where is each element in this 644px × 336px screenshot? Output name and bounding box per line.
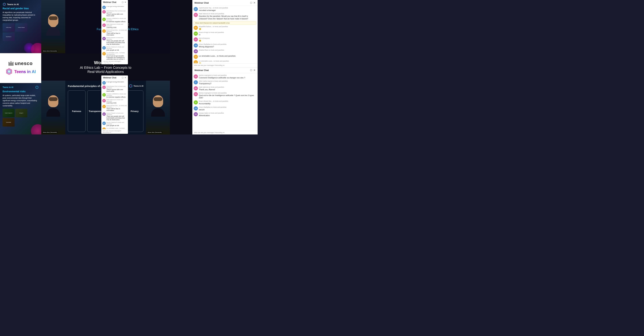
chin	[50, 24, 57, 27]
env-panel: Teens in AI Environmental risks AI syste…	[0, 83, 41, 135]
chat-bmsg-2: CC ChanRealsa Chor to Hosts and panelist…	[102, 86, 127, 92]
right-avatar-3: EK	[194, 26, 198, 30]
avatar-3: FU	[102, 18, 106, 21]
right-msg-2: MV Matti Valencia to Hosts and panelists…	[194, 13, 256, 20]
chat-msg-1: AS it can give wrong information	[102, 6, 127, 9]
face-br	[153, 95, 163, 107]
env-logo-icon	[35, 86, 39, 89]
close-icon-bottom[interactable]: ✕	[254, 69, 256, 72]
right-msg-9-header: Le vénérable Louis... to Hosts and panel…	[199, 60, 256, 62]
chat-header-icons-top: ⬡ ✕	[122, 1, 126, 3]
webcam-label-top: Elena Sirel (TeensinAI)	[42, 50, 58, 52]
svg-marker-1	[4, 3, 5, 5]
chat-footer-right-top: Who can see your messages? Recording on.	[192, 63, 258, 67]
expand-icon-bottom[interactable]: ⬡	[250, 69, 252, 72]
bmsg-5-text: There will be bias in information	[106, 108, 127, 111]
right-bavatar-1: DA	[194, 74, 198, 79]
bmsg-8-sender: Le vénérable Louis... to Hosts and panel…	[106, 128, 127, 129]
msg-3-content: Frederic UWIBIHE to Hosts and panelists …	[106, 18, 127, 22]
webcam-bg	[41, 0, 65, 53]
right-bmsg-1: DA Denise Argengolo to Hosts and panelis…	[194, 74, 256, 79]
main-screen: Teens in AI Racial and gender bias AI al…	[0, 0, 258, 135]
msg-1-content: it can give wrong information	[106, 6, 124, 7]
bandwidth-warning: Elena Sirel (TeensinAI)'s network bandwi…	[194, 21, 256, 25]
right-bmsg-1-text: Comment l'intelligence artificielle va c…	[199, 76, 256, 79]
avatar-2: CC	[102, 10, 106, 13]
teens-ai-brand-text: Teens in AI	[14, 69, 36, 74]
chat-panel-top-right: Webinar Chat ⬡ ✕ MY mytechcareer #tyt...…	[192, 0, 258, 67]
chat-header-right-top: Webinar Chat ⬡ ✕	[192, 0, 258, 6]
body-bottom	[46, 108, 60, 117]
chat-bottom-center-footer: Who can see your messages? Recording on.…	[101, 129, 128, 134]
right-msg-2-header: Matti Valencia to Hosts and panelists	[199, 13, 256, 14]
avatar-1: AS	[102, 6, 106, 9]
bavatar-3: FU	[102, 93, 106, 97]
chat-close-top-icon[interactable]: ✕	[124, 1, 126, 3]
env-news-items: Carbon Footprint AI Energy AI Sustainabi…	[2, 109, 39, 127]
news-item-3: Racial Bias AI	[2, 32, 14, 41]
bmsg-1-text: it can give wrong information	[106, 81, 124, 83]
env-logo-label: Teens in AI	[2, 86, 14, 89]
bavatar-8: LV	[102, 128, 106, 129]
avatar-6: DR	[102, 37, 106, 40]
chat-bmsg-8: LV Le vénérable Louis... to Hosts and pa…	[102, 128, 127, 129]
webcam-bottom-right: Elena Sirel (TeensinAI)	[146, 81, 170, 135]
msg-5-content: Enam Ahmed Shu... to Hosts and panelists…	[106, 29, 127, 36]
right-bavatar-6: AS	[194, 106, 198, 110]
right-avatar-9: LV	[194, 60, 198, 63]
logo-section: unesco Teens in AI	[0, 53, 41, 83]
chat-expand-icon[interactable]: ⬡	[122, 1, 124, 3]
close-icon-top[interactable]: ✕	[254, 1, 256, 4]
bavatar-6: DR	[102, 112, 106, 116]
chat-close-bottom-icon[interactable]: ✕	[124, 76, 126, 79]
chat-title-right-bottom: Webinar Chat	[194, 69, 209, 72]
workshop-title-line1: Workshop:	[94, 60, 117, 65]
right-bmsg-5-text: Accountability	[199, 102, 256, 105]
right-msg-1-content: mytechcareer #tyt... to Hosts and paneli…	[199, 7, 256, 11]
right-avatar-2: MV	[194, 13, 198, 17]
msg-6-sender: Danish Reaah to Hosts and panelists	[106, 37, 127, 40]
racial-bias-title: Racial and gender bias	[2, 7, 39, 10]
ethics-card-fairness: Fairness	[68, 90, 86, 132]
right-bmsg-4-content: Denise Argengolo to Hosts and panelists …	[199, 92, 256, 99]
unesco-columns-icon	[8, 61, 14, 66]
chat-expand-bottom-icon[interactable]: ⬡	[122, 76, 124, 79]
chat-bmsg-7: AC Ancha Catarina to Hosts and panelists…	[102, 122, 127, 126]
right-bavatar-2: C	[194, 80, 198, 84]
col3	[11, 61, 11, 66]
right-msg-3-content: khayelihle kaskan... to Hosts and paneli…	[199, 26, 256, 30]
msg-4-sender: Matti Valencia to Hosts and panelists	[106, 23, 127, 26]
bmsg-6-text: There are people who will build beliefs …	[106, 115, 127, 121]
bmsg-7-content: Ancha Catarina to Hosts and panelists pu…	[106, 122, 127, 126]
msg-2-text: They're gonna take over there world	[106, 13, 127, 17]
right-msg-7: SR Shakila Rham to Hosts and panelists	[194, 49, 256, 53]
env-news-2: Energy AI	[15, 109, 27, 117]
env-news-1: Carbon Footprint AI	[2, 109, 14, 117]
glasses-br	[154, 97, 162, 101]
chat-footer-right-bottom: Who can see your messages? Recording on.	[192, 131, 258, 135]
right-bmsg-5-header: Enam Ahmed Shu... to Hosts and panelists	[199, 100, 256, 102]
right-msg-6-text: Wrong diagnosis?	[199, 45, 256, 48]
bmsg-5-sender: Enam Ahmed Shu... to Hosts and panelists	[106, 105, 127, 108]
right-msg-6: AS Ahran Shahjahan to Hosts and panelist…	[194, 43, 256, 48]
msg-3-sender: Frederic UWIBIHE to Hosts and panelists	[106, 18, 127, 21]
bmsg-2-sender: ChanRealsa Chor to Hosts and panelists	[106, 86, 127, 89]
right-msg-5-content: Me to Everyone 😢	[199, 37, 256, 42]
chat-header-icons-bottom: ⬡ ✕	[122, 76, 126, 79]
bmsg-4-content: Matti Valencia to Hosts and panelists Le…	[106, 99, 127, 104]
bavatar-1: AS	[102, 81, 106, 85]
right-bmsg-7-text: Athentication	[199, 114, 256, 117]
right-avatar-1: MY	[194, 7, 198, 11]
face-bottom	[48, 95, 58, 107]
bavatar-4: MV	[102, 99, 106, 102]
chat-header-title-top: Webinar Chat	[103, 1, 116, 3]
glasses-bottom	[49, 97, 58, 101]
chat-icons-right-top: ⬡ ✕	[250, 1, 256, 4]
chat-messages-bottom-center: AS it can give wrong information CC Chan…	[101, 80, 128, 129]
chat-top-header: Webinar Chat ⬡ ✕	[101, 0, 128, 5]
right-msg-8-content: Le vénérable Louis... to Hosts and panel…	[199, 55, 256, 57]
expand-icon-top[interactable]: ⬡	[250, 1, 252, 4]
chat-bottom-header: Webinar Chat ⬡ ✕	[101, 75, 128, 80]
svg-marker-9	[129, 84, 132, 87]
right-chat-panels: Webinar Chat ⬡ ✕ MY mytechcareer #tyt...…	[192, 0, 258, 135]
